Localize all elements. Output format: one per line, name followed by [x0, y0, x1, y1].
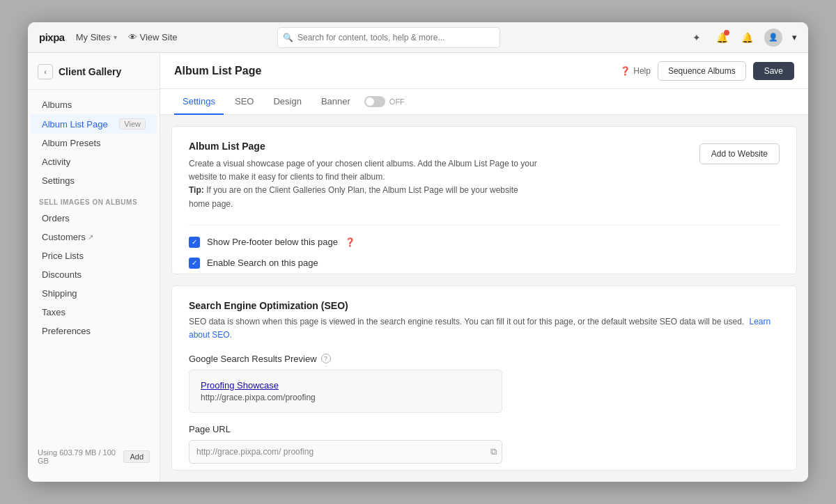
sidebar: ‹ Client Gallery Albums Album List Page …: [28, 53, 160, 482]
add-to-website-button[interactable]: Add to Website: [699, 143, 780, 164]
sidebar-item-album-list-page[interactable]: Album List Page View: [31, 114, 157, 134]
avatar-icon: 👤: [768, 33, 778, 42]
header-actions: ❓ Help Sequence Albums Save: [620, 61, 794, 81]
enable-search-checkbox[interactable]: ✓: [189, 258, 200, 269]
sidebar-item-view-button[interactable]: View: [119, 118, 146, 129]
album-list-page-card: Album List Page Create a visual showcase…: [171, 126, 797, 274]
bell-icon[interactable]: 🔔: [739, 30, 754, 45]
prefooter-help-icon[interactable]: ❓: [345, 237, 355, 247]
search-container: 🔍: [277, 27, 500, 48]
view-site-label: View Site: [140, 32, 178, 42]
external-link-icon: ↗: [88, 233, 93, 241]
google-preview-section: Google Search Results Preview ?: [189, 354, 780, 364]
tip-text: If you are on the Client Galleries Only …: [189, 185, 518, 208]
eye-icon: 👁: [128, 32, 137, 42]
content-area: Album List Page ❓ Help Sequence Albums S…: [160, 53, 808, 482]
google-preview-title: Proofing Showcase: [201, 380, 490, 391]
star-icon[interactable]: ✦: [689, 30, 704, 45]
sidebar-item-albums[interactable]: Albums: [31, 95, 157, 114]
sidebar-footer: Using 603.79 MB / 100 GB Add: [28, 440, 160, 473]
tabs: Settings SEO Design Banner OFF: [160, 89, 808, 115]
sidebar-item-settings[interactable]: Settings: [31, 171, 157, 190]
search-input[interactable]: [277, 27, 500, 48]
enable-search-label: Enable Search on this page: [207, 258, 318, 268]
album-list-page-card-inner: Album List Page Create a visual showcase…: [172, 127, 796, 225]
banner-toggle[interactable]: OFF: [364, 96, 405, 107]
tab-settings[interactable]: Settings: [174, 89, 224, 115]
topbar: pixpa My Sites ▾ 👁 View Site 🔍 ✦ 🔔 🔔 👤 ▾: [28, 22, 808, 53]
sidebar-item-customers[interactable]: Customers ↗: [31, 228, 157, 246]
notification-badge: [724, 30, 729, 36]
page-url-input[interactable]: [189, 440, 502, 464]
save-button[interactable]: Save: [753, 62, 794, 80]
google-preview-help-icon[interactable]: ?: [321, 354, 331, 363]
storage-label: Using 603.79 MB / 100 GB: [38, 448, 118, 465]
google-preview-label: Google Search Results Preview: [189, 354, 317, 364]
sidebar-item-preferences[interactable]: Preferences: [31, 322, 157, 340]
sidebar-back-button[interactable]: ‹: [38, 64, 53, 79]
sidebar-item-taxes[interactable]: Taxes: [31, 303, 157, 322]
album-list-page-card-content: Album List Page Create a visual showcase…: [189, 141, 537, 211]
check-icon-2: ✓: [192, 259, 197, 267]
add-storage-button[interactable]: Add: [123, 450, 150, 463]
my-sites-label: My Sites: [76, 32, 111, 42]
notification-icon[interactable]: 🔔: [714, 30, 729, 45]
tab-design[interactable]: Design: [265, 89, 309, 115]
copy-url-icon[interactable]: ⧉: [490, 446, 497, 457]
topbar-actions: ✦ 🔔 🔔 👤 ▾: [689, 29, 797, 47]
tip-prefix: Tip:: [189, 185, 204, 195]
avatar[interactable]: 👤: [764, 29, 782, 47]
my-sites-nav[interactable]: My Sites ▾: [76, 32, 117, 42]
toggle-switch[interactable]: [364, 96, 385, 107]
seo-card-inner: Search Engine Optimization (SEO) SEO dat…: [172, 286, 796, 471]
seo-card-title: Search Engine Optimization (SEO): [189, 300, 780, 311]
sequence-albums-button[interactable]: Sequence Albums: [658, 61, 746, 81]
search-icon: 🔍: [283, 33, 293, 42]
seo-card-desc: SEO data is shown when this page is view…: [189, 315, 780, 342]
logo: pixpa: [39, 31, 65, 43]
seo-card: Search Engine Optimization (SEO) SEO dat…: [171, 285, 797, 471]
avatar-chevron-icon: ▾: [792, 32, 797, 42]
sell-section-label: SELL IMAGES ON ALBUMS: [28, 190, 160, 209]
page-title: Album List Page: [174, 65, 620, 77]
show-prefooter-checkbox[interactable]: ✓: [189, 237, 200, 248]
tab-seo[interactable]: SEO: [226, 89, 262, 115]
toggle-label: OFF: [389, 97, 405, 106]
tab-banner[interactable]: Banner: [313, 89, 359, 115]
page-url-input-wrap: ⧉: [189, 440, 502, 464]
help-circle-icon: ❓: [620, 66, 630, 76]
sidebar-title: Client Gallery: [59, 66, 121, 77]
page-url-label: Page URL: [189, 424, 780, 434]
sidebar-header: ‹ Client Gallery: [28, 61, 160, 90]
sidebar-item-discounts[interactable]: Discounts: [31, 265, 157, 284]
album-list-card-desc: Create a visual showcase page of your ch…: [189, 157, 537, 211]
show-prefooter-row: ✓ Show Pre-footer below this page ❓: [189, 237, 780, 248]
album-list-card-title: Album List Page: [189, 141, 537, 152]
help-link[interactable]: ❓ Help: [620, 66, 651, 76]
content-body: Album List Page Create a visual showcase…: [160, 115, 808, 482]
sidebar-item-activity[interactable]: Activity: [31, 152, 157, 171]
help-label: Help: [633, 66, 651, 76]
card-checkboxes: ✓ Show Pre-footer below this page ❓ ✓ En…: [172, 226, 796, 275]
view-site-nav[interactable]: 👁 View Site: [128, 32, 178, 42]
sidebar-item-shipping[interactable]: Shipping: [31, 284, 157, 303]
google-preview-url: http://grace.pixpa.com/proofing: [201, 393, 490, 402]
sidebar-item-price-lists[interactable]: Price Lists: [31, 246, 157, 265]
google-preview-box: Proofing Showcase http://grace.pixpa.com…: [189, 370, 502, 413]
sidebar-item-orders[interactable]: Orders: [31, 209, 157, 228]
check-icon: ✓: [192, 238, 197, 246]
enable-search-row: ✓ Enable Search on this page: [189, 258, 780, 269]
show-prefooter-label: Show Pre-footer below this page: [207, 237, 338, 247]
content-header: Album List Page ❓ Help Sequence Albums S…: [160, 53, 808, 89]
chevron-down-icon: ▾: [114, 33, 117, 41]
sidebar-item-album-presets[interactable]: Album Presets: [31, 134, 157, 152]
